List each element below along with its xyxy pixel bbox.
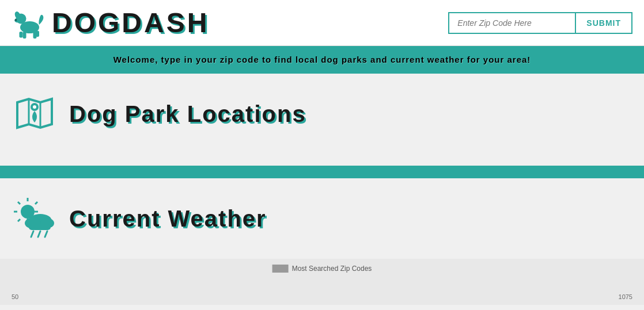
dog-park-header: Dog Park Locations	[12, 91, 632, 137]
submit-button[interactable]: Submit	[575, 12, 632, 34]
svg-line-18	[18, 202, 20, 204]
chart-legend: Most Searched Zip Codes	[272, 265, 372, 273]
logo-area: DOGDASH	[12, 6, 209, 40]
y-axis-left-label: 50	[12, 293, 18, 300]
y-axis-right-label: 1075	[619, 293, 632, 300]
app-title: DOGDASH	[52, 7, 209, 39]
weather-section: Current Weather	[0, 178, 644, 259]
svg-line-20	[35, 202, 37, 204]
header: DOGDASH Submit	[0, 0, 644, 46]
svg-rect-7	[36, 30, 39, 37]
dog-park-section: Dog Park Locations	[0, 74, 644, 166]
svg-rect-25	[29, 224, 51, 230]
welcome-text: Welcome, type in your zip code to find l…	[113, 55, 531, 64]
svg-point-12	[33, 105, 36, 109]
dog-icon	[12, 6, 46, 40]
svg-line-28	[45, 231, 47, 237]
weather-title: Current Weather	[69, 206, 267, 232]
legend-color-box	[272, 265, 289, 273]
chart-bottom-labels: 50 1075	[12, 293, 632, 300]
teal-divider	[0, 166, 644, 178]
zip-input[interactable]	[448, 12, 575, 34]
search-area: Submit	[448, 12, 632, 34]
svg-rect-6	[20, 32, 23, 38]
svg-line-27	[38, 231, 40, 237]
svg-point-8	[15, 18, 17, 21]
map-icon	[12, 91, 58, 137]
chart-section: Most Searched Zip Codes 50 1075	[0, 259, 644, 305]
svg-rect-4	[23, 32, 26, 39]
svg-line-26	[31, 231, 33, 237]
weather-header: Current Weather	[12, 196, 632, 242]
welcome-banner: Welcome, type in your zip code to find l…	[0, 46, 644, 74]
dog-park-title: Dog Park Locations	[69, 101, 306, 127]
legend-label: Most Searched Zip Codes	[292, 265, 372, 273]
svg-line-21	[18, 219, 20, 221]
weather-icon	[12, 196, 58, 242]
